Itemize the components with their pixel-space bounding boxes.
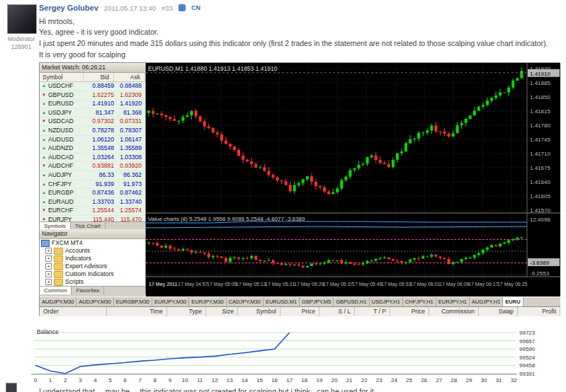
navigator-item-expert-advisors[interactable]: +Expert Advisors [40,263,145,270]
post-text-line: Hi mrtools, [39,17,74,25]
svg-text:1.41640: 1.41640 [530,179,550,185]
bid-price: 81.347 [84,109,118,117]
svg-text:17 May 06:09: 17 May 06:09 [439,282,470,287]
up-arrow-icon: ▲ [40,189,48,197]
chart-tab-13[interactable]: EURU [503,297,523,307]
market-watch-row[interactable]: ▼AUDCHF0.938810.93920 [40,162,145,171]
market-watch-row[interactable]: ▲AUDJPY86.3386.362 [40,171,145,180]
market-watch-row[interactable]: ▲EURUSD1.419101.41920 [40,100,145,109]
terminal-column-s-l[interactable]: S / L [319,307,355,316]
ask-price: 1.41920 [118,100,145,108]
post-number-link[interactable]: #33 [162,4,173,12]
symbol-name: EURUSD [48,100,84,108]
navigator-item-scripts[interactable]: +Scripts [40,278,145,286]
navigator-item-custom-indicators[interactable]: +Custom Indicators [40,270,145,278]
expand-icon[interactable]: + [45,255,52,262]
terminal-column-type[interactable]: Type [167,307,206,316]
svg-text:27: 27 [436,377,442,384]
chart-tab-11[interactable]: EURJPY,H1 [436,297,470,307]
column-symbol[interactable]: Symbol [40,73,84,81]
svg-text:1.41605: 1.41605 [530,193,550,200]
market-watch-row[interactable]: ▲AUDUSD1.061201.06147 [40,136,145,145]
svg-text:17 May 06:17: 17 May 06:17 [468,282,499,287]
market-watch-row[interactable]: ▲NZDUSD0.782780.78307 [40,127,145,136]
market-watch-header: Symbol Bid Ask [40,73,145,82]
author-link[interactable]: Sergey Golubev [39,4,98,12]
up-arrow-icon: ▲ [40,109,48,117]
value-chart-title: Value charts (8) 5.2548 1.9558 9.9288 5.… [148,216,305,222]
market-watch-row[interactable]: ▲AUDNZD1.355481.35589 [40,144,145,154]
column-ask[interactable]: Ask [114,73,145,81]
terminal-column-size[interactable]: Size [206,307,238,316]
language-link[interactable]: CN [191,4,200,11]
up-arrow-icon: ▲ [40,198,48,207]
svg-text:29: 29 [465,377,472,384]
next-post-avatar[interactable] [6,383,17,392]
chart-tab-7[interactable]: GBPJPY,M5 [300,297,334,307]
market-watch-row[interactable]: ▲EURGBP0.874360.87462 [40,189,145,198]
chart-tab-12[interactable]: AUDJPY,H1 [470,297,503,307]
chart-tab-8[interactable]: GBPUSD,H1 [334,297,369,307]
market-watch-row[interactable]: ▲USDJPY81.34781.368 [40,109,145,118]
market-watch-row[interactable]: ▲AUDCAD1.032641.03308 [40,154,145,163]
chart-tab-2[interactable]: EURGBP,M30 [114,297,152,307]
chart-tab-10[interactable]: CHFJPY,H1 [403,297,436,307]
svg-text:3: 3 [79,377,82,384]
market-watch-row[interactable]: ▲USDCHF0.884590.88488 [40,82,145,91]
chart-tab-4[interactable]: EURJPY,M30 [189,297,226,307]
chart-tab-6[interactable]: EURUSD,M1 [264,297,300,307]
down-arrow-icon: ▼ [40,207,48,215]
bid-price: 0.88459 [84,82,118,91]
terminal-column-order[interactable]: Order [40,307,107,316]
chart-tab-9[interactable]: USDJPY,H1 [370,297,403,307]
terminal-column-price[interactable]: Price [281,307,319,316]
svg-text:17 May 05:37: 17 May 05:37 [323,282,353,287]
ask-price: 1.35589 [118,144,145,153]
market-watch-row[interactable]: ▼USDCAD0.973020.97331 [40,117,145,127]
svg-text:17 May 05:13: 17 May 05:13 [236,282,266,287]
expand-icon[interactable]: + [45,263,52,270]
terminal-column-commission[interactable]: Commission [429,307,479,316]
terminal-column-price[interactable]: Price [390,307,429,316]
author-id: 126901 [3,43,40,50]
svg-text:24: 24 [391,377,397,384]
bid-price: 0.78278 [84,127,118,135]
expand-icon[interactable]: + [45,271,52,277]
terminal-header: OrderTimeTypeSizeSymbolPriceS / LT / PPr… [40,306,560,316]
symbol-name: USDCHF [48,82,84,91]
chart-tab-0[interactable]: AUDJPY,M30 [40,297,77,307]
market-watch-row[interactable]: ▲CHFJPY91.93991.973 [40,180,145,190]
post-footer-text: I understand that ... may be ... this in… [39,387,376,392]
market-watch-row[interactable]: ▼EURCHF1.255441.25574 [40,207,145,216]
chart-tab-1[interactable]: AUDJPY,M30 [77,297,113,307]
navigator-panel: Navigator FXCM MT4+Accounts+Indicators+E… [40,229,146,294]
translate-icon[interactable] [179,4,186,11]
terminal-column-profit[interactable]: Profit [518,307,560,316]
post-header: Sergey Golubev 2011.05.17 13:40 #33 CN [39,4,200,12]
column-bid[interactable]: Bid [84,73,114,81]
ask-price: 0.93920 [118,162,145,171]
terminal-column-swap[interactable]: Swap [479,307,518,316]
ask-price: 1.03308 [118,154,145,162]
bid-price: 1.03264 [84,154,118,162]
market-watch-row[interactable]: ▲EURAUD1.337031.33740 [40,198,145,207]
svg-text:9: 9 [169,377,172,384]
mt4-chart-canvas[interactable]: EURUSD,M1 1.41880 1.41913 1.41853 1.4191… [146,63,560,296]
navigator-item-accounts[interactable]: +Accounts [40,247,145,255]
terminal-column-t-p[interactable]: T / P [355,307,390,316]
avatar[interactable] [7,4,37,34]
expand-icon[interactable]: + [45,248,52,254]
expand-icon[interactable]: + [45,279,52,285]
navigator-root[interactable]: FXCM MT4 [40,239,145,247]
svg-text:10: 10 [182,377,188,384]
svg-text:12.4096: 12.4096 [530,217,550,223]
ask-price: 0.87462 [118,189,145,197]
chart-tab-5[interactable]: CADJPY,M30 [227,297,264,307]
market-watch-row[interactable]: ▼EURJPY115.440115.470 [40,216,145,221]
chart-tab-3[interactable]: EURJPY,M30 [152,297,189,307]
terminal-column-time[interactable]: Time [107,307,167,316]
market-watch-row[interactable]: ▼GBPUSD1.622751.62309 [40,91,145,100]
chart-area[interactable]: EURUSD,M1 1.41880 1.41913 1.41853 1.4191… [146,63,560,296]
navigator-item-indicators[interactable]: +Indicators [40,255,145,263]
terminal-column-symbol[interactable]: Symbol [238,307,281,316]
